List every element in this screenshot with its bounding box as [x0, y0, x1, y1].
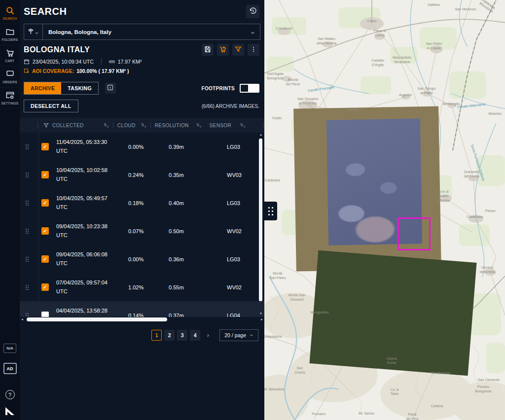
- rail-item-orders[interactable]: ORDERS: [0, 67, 20, 88]
- horizontal-scrollbar[interactable]: ◄ ►: [20, 317, 264, 321]
- drag-handle-icon[interactable]: [26, 144, 31, 149]
- location-search-input[interactable]: Bologna, Bologna, Italy: [24, 24, 260, 40]
- filter-button[interactable]: [232, 44, 244, 56]
- cell-collected: 07/04/2025, 09:57:04UTC: [56, 279, 119, 295]
- drag-handle-icon[interactable]: [26, 201, 31, 206]
- row-checkbox[interactable]: ✓: [41, 227, 49, 235]
- map-place-label: Granarolo dell'Emilia: [464, 170, 479, 179]
- map-place-label: Ca' di Tasso: [391, 388, 399, 396]
- map-place-label: Monte San Giovanni: [289, 293, 305, 302]
- table-filter-icon[interactable]: [43, 122, 49, 129]
- table-row[interactable]: ✓11/04/2025, 05:33:30UTC0.00%0.39mLG03: [20, 133, 264, 161]
- rail-item-folders[interactable]: FOLDERS: [0, 24, 20, 45]
- footprints-label: FOOTPRINTS: [202, 86, 235, 91]
- column-sensor[interactable]: SENSOR: [210, 123, 238, 128]
- drag-handle-icon[interactable]: [26, 257, 31, 262]
- rail-items: SEARCHFOLDERSCARTORDERSSETTINGS: [0, 3, 20, 109]
- tab-archive[interactable]: ARCHIVE: [24, 82, 61, 94]
- table-row[interactable]: ✓10/04/2025, 05:49:57UTC0.18%0.40mLG03: [20, 189, 264, 217]
- panel-resize-handle[interactable]: [264, 202, 277, 220]
- history-icon: [249, 7, 257, 16]
- row-checkbox[interactable]: ✓: [41, 143, 49, 150]
- map-place-label: Monterenzio: [432, 371, 451, 376]
- table-row[interactable]: ✓09/04/2025, 10:23:38UTC0.07%0.50mWV02: [20, 217, 264, 245]
- more-options-button[interactable]: [248, 44, 259, 56]
- page-button-3[interactable]: 3: [177, 330, 187, 341]
- drag-handle-icon[interactable]: [26, 313, 31, 317]
- aoi-rectangle[interactable]: [397, 217, 431, 250]
- sort-clear-icon[interactable]: ⇅x: [104, 123, 109, 128]
- map-place-label: Pieve di Cento: [374, 29, 386, 38]
- drag-handle-icon[interactable]: [26, 229, 31, 234]
- scroll-right-icon[interactable]: ►: [259, 318, 264, 321]
- rail-item-search[interactable]: SEARCH: [0, 3, 20, 24]
- sort-clear-icon[interactable]: ⇅x: [196, 123, 202, 128]
- page-button-2[interactable]: 2: [164, 330, 175, 341]
- add-to-cart-button[interactable]: [217, 44, 229, 56]
- search-value: Bologna, Bologna, Italy: [43, 29, 111, 35]
- rail-item-cart[interactable]: CART: [0, 45, 20, 67]
- cell-sensor: WV02: [227, 284, 242, 290]
- map-place-label: Pieve del Pino: [406, 413, 418, 420]
- save-search-button[interactable]: [202, 44, 214, 56]
- map-place-label: Maccaretolo Venezzina: [393, 56, 411, 65]
- row-checkbox[interactable]: ✓: [41, 283, 49, 291]
- search-panel: SEARCH Bologna, Bologna, Italy B: [20, 0, 264, 420]
- drag-handle-icon[interactable]: [26, 285, 31, 290]
- table-row[interactable]: ✓10/04/2025, 10:02:58UTC0.24%0.35mWV03: [20, 161, 264, 189]
- map-canvas[interactable]: GallieraSan VenanzioFERRARA BOLOGNACreva…: [264, 0, 505, 420]
- row-checkbox[interactable]: [41, 312, 49, 317]
- results-table: COLLECTED ⇅x CLOUD ⇅x RESOLUTION ⇅x SENS…: [20, 118, 264, 321]
- row-checkbox[interactable]: ✓: [41, 255, 49, 263]
- cell-sensor: WV02: [227, 228, 242, 234]
- column-cloud[interactable]: CLOUD: [117, 123, 139, 128]
- vertical-scroll-thumb[interactable]: [259, 139, 262, 301]
- divider: [263, 122, 263, 129]
- sort-clear-icon[interactable]: ⇅x: [141, 123, 146, 128]
- footprints-toggle[interactable]: [240, 84, 259, 93]
- table-row[interactable]: ✓09/04/2025, 06:06:08UTC0.00%0.36mLG03: [20, 245, 264, 273]
- chevron-down-icon: [251, 28, 255, 36]
- rail-item-label: SETTINGS: [1, 102, 19, 105]
- history-button[interactable]: [246, 5, 259, 18]
- rail-item-settings[interactable]: SETTINGS: [0, 88, 20, 109]
- brand-logo-icon: [5, 407, 14, 415]
- kebab-menu-icon: [250, 45, 257, 55]
- chevron-down-icon: [250, 334, 253, 337]
- column-collected[interactable]: COLLECTED: [52, 123, 102, 128]
- cell-resolution: 0.50m: [169, 228, 209, 234]
- map-place-label: San Chierlo: [294, 366, 305, 375]
- rail-item-label: FOLDERS: [2, 38, 18, 41]
- horizontal-scroll-thumb[interactable]: [27, 317, 167, 321]
- tab-tasking[interactable]: TASKING: [61, 82, 98, 94]
- drag-handle-icon[interactable]: [26, 173, 31, 177]
- sort-clear-icon[interactable]: ⇅x: [240, 123, 246, 128]
- map-place-label: San Giorgio di Piano: [418, 87, 436, 96]
- orders-icon: [5, 70, 15, 79]
- column-resolution[interactable]: RESOLUTION: [155, 123, 194, 128]
- avatar[interactable]: AD: [3, 363, 17, 374]
- page-button-4[interactable]: 4: [190, 330, 200, 341]
- page-button-1[interactable]: 1: [151, 330, 162, 341]
- help-icon[interactable]: ?: [5, 390, 15, 399]
- deselect-all-button[interactable]: DESELECT ALL: [24, 100, 78, 112]
- search-icon: [5, 6, 15, 15]
- cell-cloud: 0.24%: [128, 172, 159, 178]
- map-place-label: Crevalcore: [276, 27, 292, 31]
- rail-item-label: SEARCH: [3, 17, 17, 20]
- vertical-scrollbar[interactable]: ▲ ▼: [259, 134, 263, 314]
- scroll-left-icon[interactable]: ◄: [20, 318, 25, 321]
- next-page-button[interactable]: ›: [203, 330, 213, 341]
- row-checkbox[interactable]: ✓: [41, 171, 49, 178]
- scroll-down-icon[interactable]: ▼: [259, 312, 263, 315]
- map-place-label: Galliera: [428, 3, 439, 7]
- calendar-icon: [24, 59, 30, 65]
- chevron-down-icon: [35, 28, 38, 36]
- table-row[interactable]: ✓07/04/2025, 09:57:04UTC1.02%0.55mWV02: [20, 273, 264, 301]
- row-checkbox[interactable]: ✓: [41, 199, 49, 207]
- page-size-select[interactable]: 20 / page: [219, 329, 258, 341]
- info-button[interactable]: [105, 83, 116, 94]
- table-row[interactable]: 04/04/2025, 13:58:28UTC0.14%0.37mLG04: [20, 301, 264, 317]
- scroll-up-icon[interactable]: ▲: [259, 133, 263, 136]
- search-type-dropdown[interactable]: [24, 24, 43, 39]
